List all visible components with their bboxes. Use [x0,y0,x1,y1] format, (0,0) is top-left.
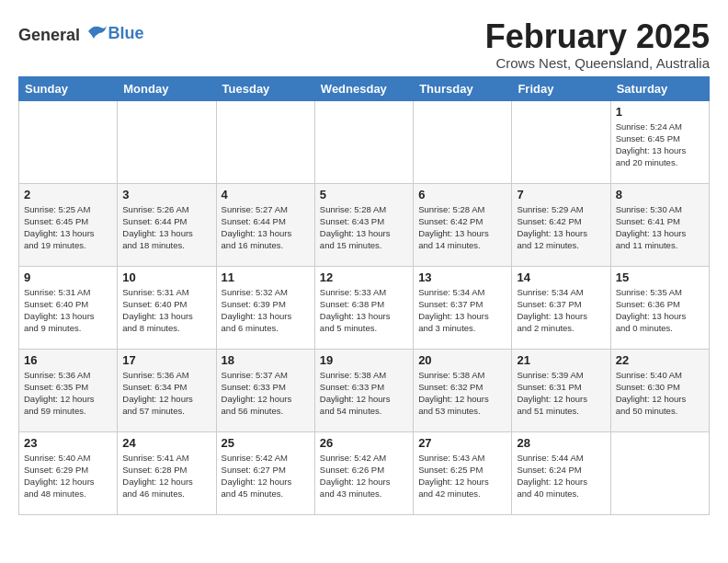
col-header-thursday: Thursday [414,76,512,100]
day-number: 19 [320,353,408,367]
col-header-sunday: Sunday [19,76,118,100]
day-detail: Sunrise: 5:43 AM Sunset: 6:25 PM Dayligh… [418,452,506,500]
day-detail: Sunrise: 5:38 AM Sunset: 6:33 PM Dayligh… [320,369,408,418]
day-number: 6 [418,188,506,201]
day-cell: 14Sunrise: 5:34 AM Sunset: 6:37 PM Dayli… [512,266,610,349]
day-detail: Sunrise: 5:39 AM Sunset: 6:31 PM Dayligh… [517,369,605,418]
day-cell: 17Sunrise: 5:36 AM Sunset: 6:34 PM Dayli… [118,349,216,431]
col-header-wednesday: Wednesday [314,76,413,100]
day-number: 21 [517,353,605,367]
day-number: 1 [616,105,704,119]
day-detail: Sunrise: 5:28 AM Sunset: 6:43 PM Dayligh… [320,203,408,252]
day-number: 14 [517,270,605,284]
day-detail: Sunrise: 5:35 AM Sunset: 6:36 PM Dayligh… [616,286,704,335]
day-detail: Sunrise: 5:28 AM Sunset: 6:42 PM Dayligh… [418,203,506,252]
logo-bird-icon [86,22,108,40]
day-detail: Sunrise: 5:29 AM Sunset: 6:42 PM Dayligh… [517,203,605,252]
day-cell: 23Sunrise: 5:40 AM Sunset: 6:29 PM Dayli… [19,431,118,514]
day-detail: Sunrise: 5:40 AM Sunset: 6:30 PM Dayligh… [616,369,704,418]
day-cell: 16Sunrise: 5:36 AM Sunset: 6:35 PM Dayli… [19,349,118,431]
day-cell: 22Sunrise: 5:40 AM Sunset: 6:30 PM Dayli… [610,349,709,431]
day-detail: Sunrise: 5:27 AM Sunset: 6:44 PM Dayligh… [222,203,310,252]
col-header-friday: Friday [512,76,610,100]
day-detail: Sunrise: 5:41 AM Sunset: 6:28 PM Dayligh… [122,452,210,500]
day-cell [610,431,709,514]
day-detail: Sunrise: 5:32 AM Sunset: 6:39 PM Dayligh… [222,286,310,335]
title-block: February 2025 Crows Nest, Queensland, Au… [485,18,710,71]
day-number: 13 [418,270,506,284]
day-detail: Sunrise: 5:42 AM Sunset: 6:26 PM Dayligh… [320,452,408,500]
day-cell [19,100,118,183]
day-cell: 13Sunrise: 5:34 AM Sunset: 6:37 PM Dayli… [414,266,512,349]
day-number: 9 [24,270,112,284]
day-detail: Sunrise: 5:31 AM Sunset: 6:40 PM Dayligh… [24,286,112,335]
day-number: 3 [122,188,210,201]
day-number: 16 [24,353,112,367]
day-cell: 10Sunrise: 5:31 AM Sunset: 6:40 PM Dayli… [118,266,216,349]
week-row-5: 23Sunrise: 5:40 AM Sunset: 6:29 PM Dayli… [19,431,710,514]
day-detail: Sunrise: 5:40 AM Sunset: 6:29 PM Dayligh… [24,452,112,500]
day-detail: Sunrise: 5:36 AM Sunset: 6:34 PM Dayligh… [122,369,210,418]
calendar-table: SundayMondayTuesdayWednesdayThursdayFrid… [18,76,710,515]
day-number: 12 [320,270,408,284]
day-number: 2 [24,188,112,201]
day-cell: 7Sunrise: 5:29 AM Sunset: 6:42 PM Daylig… [512,183,610,266]
day-number: 4 [222,188,310,201]
day-cell: 15Sunrise: 5:35 AM Sunset: 6:36 PM Dayli… [610,266,709,349]
day-number: 18 [222,353,310,367]
day-cell [216,100,314,183]
day-number: 5 [320,188,408,201]
day-detail: Sunrise: 5:42 AM Sunset: 6:27 PM Dayligh… [222,452,310,500]
week-row-1: 1Sunrise: 5:24 AM Sunset: 6:45 PM Daylig… [19,100,710,183]
week-row-4: 16Sunrise: 5:36 AM Sunset: 6:35 PM Dayli… [19,349,710,431]
day-cell [118,100,216,183]
calendar-body: 1Sunrise: 5:24 AM Sunset: 6:45 PM Daylig… [19,100,710,514]
week-row-2: 2Sunrise: 5:25 AM Sunset: 6:45 PM Daylig… [19,183,710,266]
day-cell: 18Sunrise: 5:37 AM Sunset: 6:33 PM Dayli… [216,349,314,431]
day-cell: 5Sunrise: 5:28 AM Sunset: 6:43 PM Daylig… [314,183,413,266]
day-cell: 8Sunrise: 5:30 AM Sunset: 6:41 PM Daylig… [610,183,709,266]
day-cell: 3Sunrise: 5:26 AM Sunset: 6:44 PM Daylig… [118,183,216,266]
day-number: 28 [517,436,605,450]
day-detail: Sunrise: 5:36 AM Sunset: 6:35 PM Dayligh… [24,369,112,418]
day-number: 20 [418,353,506,367]
day-detail: Sunrise: 5:24 AM Sunset: 6:45 PM Dayligh… [616,121,704,169]
day-detail: Sunrise: 5:37 AM Sunset: 6:33 PM Dayligh… [222,369,310,418]
day-detail: Sunrise: 5:34 AM Sunset: 6:37 PM Dayligh… [517,286,605,335]
month-title: February 2025 [485,18,710,55]
day-number: 7 [517,188,605,201]
day-cell: 2Sunrise: 5:25 AM Sunset: 6:45 PM Daylig… [19,183,118,266]
day-detail: Sunrise: 5:30 AM Sunset: 6:41 PM Dayligh… [616,203,704,252]
day-detail: Sunrise: 5:33 AM Sunset: 6:38 PM Dayligh… [320,286,408,335]
day-number: 15 [616,270,704,284]
day-cell: 6Sunrise: 5:28 AM Sunset: 6:42 PM Daylig… [414,183,512,266]
day-cell: 25Sunrise: 5:42 AM Sunset: 6:27 PM Dayli… [216,431,314,514]
day-cell: 9Sunrise: 5:31 AM Sunset: 6:40 PM Daylig… [19,266,118,349]
day-detail: Sunrise: 5:31 AM Sunset: 6:40 PM Dayligh… [122,286,210,335]
logo-text-general: General [18,26,80,44]
logo-text-blue: Blue [108,24,144,42]
day-number: 25 [222,436,310,450]
day-number: 26 [320,436,408,450]
calendar-header-row: SundayMondayTuesdayWednesdayThursdayFrid… [19,76,710,100]
day-cell: 4Sunrise: 5:27 AM Sunset: 6:44 PM Daylig… [216,183,314,266]
day-number: 11 [222,270,310,284]
day-number: 23 [24,436,112,450]
day-cell: 12Sunrise: 5:33 AM Sunset: 6:38 PM Dayli… [314,266,413,349]
day-detail: Sunrise: 5:25 AM Sunset: 6:45 PM Dayligh… [24,203,112,252]
day-detail: Sunrise: 5:34 AM Sunset: 6:37 PM Dayligh… [418,286,506,335]
day-cell: 19Sunrise: 5:38 AM Sunset: 6:33 PM Dayli… [314,349,413,431]
day-cell: 1Sunrise: 5:24 AM Sunset: 6:45 PM Daylig… [610,100,709,183]
day-cell: 20Sunrise: 5:38 AM Sunset: 6:32 PM Dayli… [414,349,512,431]
day-cell [314,100,413,183]
week-row-3: 9Sunrise: 5:31 AM Sunset: 6:40 PM Daylig… [19,266,710,349]
day-cell [414,100,512,183]
day-cell: 11Sunrise: 5:32 AM Sunset: 6:39 PM Dayli… [216,266,314,349]
day-detail: Sunrise: 5:26 AM Sunset: 6:44 PM Dayligh… [122,203,210,252]
day-number: 10 [122,270,210,284]
day-cell: 24Sunrise: 5:41 AM Sunset: 6:28 PM Dayli… [118,431,216,514]
day-cell: 27Sunrise: 5:43 AM Sunset: 6:25 PM Dayli… [414,431,512,514]
day-number: 27 [418,436,506,450]
day-number: 22 [616,353,704,367]
day-number: 24 [122,436,210,450]
